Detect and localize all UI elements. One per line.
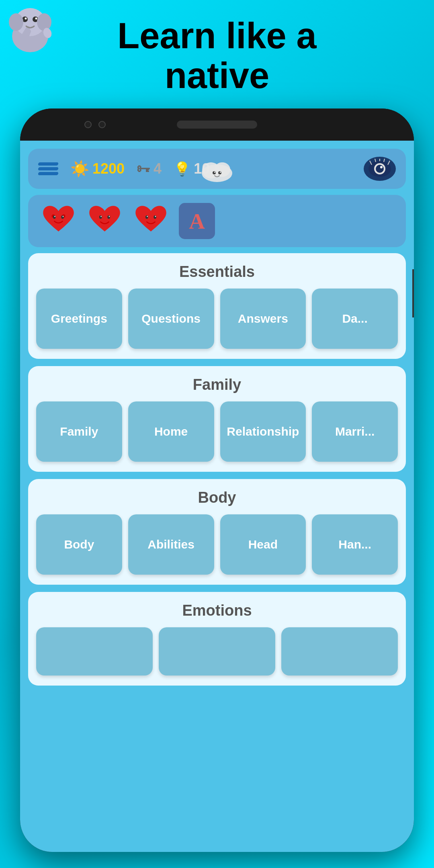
svg-point-30 bbox=[62, 216, 63, 217]
letter-badge[interactable]: A bbox=[179, 203, 215, 239]
elephant-mascot bbox=[4, 4, 56, 56]
topic-emotion-2[interactable] bbox=[159, 627, 275, 676]
svg-point-34 bbox=[108, 216, 110, 217]
svg-point-5 bbox=[35, 18, 37, 20]
topic-abilities[interactable]: Abilities bbox=[128, 514, 214, 575]
topic-questions[interactable]: Questions bbox=[128, 289, 214, 349]
phone-speaker bbox=[177, 121, 257, 129]
topic-marriage[interactable]: Marri... bbox=[312, 401, 398, 462]
svg-point-21 bbox=[213, 171, 216, 174]
essentials-section: Essentials Greetings Questions Answers D… bbox=[28, 253, 406, 359]
cloud-mascot bbox=[199, 159, 235, 185]
bulb-icon: 💡 bbox=[174, 161, 190, 177]
topic-answers[interactable]: Answers bbox=[220, 289, 306, 349]
key-count: 4 bbox=[154, 160, 162, 177]
essentials-title: Essentials bbox=[36, 263, 398, 280]
svg-point-32 bbox=[107, 215, 110, 219]
body-grid: Body Abilities Head Han... bbox=[36, 514, 398, 575]
svg-point-20 bbox=[214, 162, 230, 177]
camera-left bbox=[84, 121, 92, 128]
svg-point-35 bbox=[145, 215, 148, 219]
phone-screen: ☀️ 1200 🗝 4 💡 10 bbox=[20, 141, 414, 852]
topic-relationship[interactable]: Relationship bbox=[220, 401, 306, 462]
topic-family[interactable]: Family bbox=[36, 401, 122, 462]
emotions-section: Emotions bbox=[28, 592, 406, 686]
svg-point-33 bbox=[100, 216, 102, 217]
topic-greetings[interactable]: Greetings bbox=[36, 289, 122, 349]
svg-point-27 bbox=[53, 215, 55, 219]
heart-2 bbox=[86, 203, 123, 239]
svg-point-28 bbox=[61, 215, 64, 219]
svg-point-37 bbox=[147, 216, 148, 217]
heart-1 bbox=[40, 203, 76, 239]
heart-3 bbox=[133, 203, 169, 239]
phone-notch bbox=[20, 108, 414, 141]
stats-left: ☀️ 1200 🗝 4 💡 10 bbox=[38, 160, 210, 178]
svg-point-6 bbox=[9, 13, 23, 31]
topic-days[interactable]: Da... bbox=[312, 289, 398, 349]
lives-bar: A bbox=[28, 195, 406, 247]
svg-point-11 bbox=[376, 165, 384, 173]
svg-point-36 bbox=[154, 215, 156, 219]
family-section: Family Family Home Relationship Marri... bbox=[28, 366, 406, 472]
svg-point-29 bbox=[54, 216, 55, 217]
sun-icon: ☀️ bbox=[70, 160, 89, 178]
header-section: Learn like a native bbox=[0, 0, 434, 96]
key-stat: 🗝 4 bbox=[137, 160, 162, 177]
topic-home[interactable]: Home bbox=[128, 401, 214, 462]
svg-point-3 bbox=[25, 18, 27, 20]
tagline: Learn like a native bbox=[0, 16, 434, 96]
emotions-grid bbox=[36, 627, 398, 676]
phone-side-button bbox=[412, 269, 414, 317]
svg-point-22 bbox=[218, 171, 221, 174]
body-title: Body bbox=[36, 489, 398, 506]
sun-count: 1200 bbox=[92, 160, 125, 177]
topic-head[interactable]: Head bbox=[220, 514, 306, 575]
body-section: Body Body Abilities Head Han... bbox=[28, 479, 406, 585]
sun-stat: ☀️ 1200 bbox=[70, 160, 125, 178]
svg-point-7 bbox=[37, 13, 51, 31]
eye-icon[interactable] bbox=[364, 157, 396, 181]
topic-emotion-1[interactable] bbox=[36, 627, 153, 676]
topic-hands[interactable]: Han... bbox=[312, 514, 398, 575]
camera-right bbox=[98, 121, 106, 128]
emotions-title: Emotions bbox=[36, 602, 398, 619]
svg-point-31 bbox=[99, 215, 102, 219]
key-icon: 🗝 bbox=[137, 161, 150, 177]
app-logo-arrows[interactable] bbox=[38, 162, 58, 175]
essentials-grid: Greetings Questions Answers Da... bbox=[36, 289, 398, 349]
svg-point-24 bbox=[220, 172, 221, 173]
phone-frame: ☀️ 1200 🗝 4 💡 10 bbox=[20, 108, 414, 852]
family-grid: Family Home Relationship Marri... bbox=[36, 401, 398, 462]
stats-bar: ☀️ 1200 🗝 4 💡 10 bbox=[28, 149, 406, 189]
svg-line-16 bbox=[384, 159, 385, 162]
svg-line-14 bbox=[375, 159, 376, 162]
svg-point-23 bbox=[214, 172, 215, 173]
topic-body[interactable]: Body bbox=[36, 514, 122, 575]
topic-emotion-3[interactable] bbox=[281, 627, 398, 676]
family-title: Family bbox=[36, 376, 398, 393]
svg-point-12 bbox=[380, 166, 383, 168]
svg-point-38 bbox=[155, 216, 156, 217]
